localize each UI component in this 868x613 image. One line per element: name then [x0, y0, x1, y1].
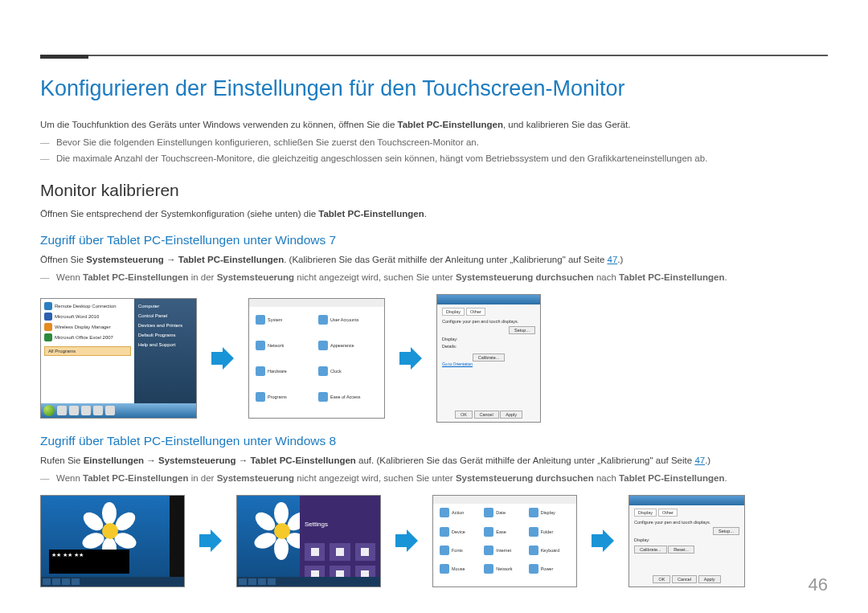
w8-pre: Rufen Sie [40, 456, 84, 465]
t: nicht angezeigt wird, suchen Sie unter [294, 272, 456, 282]
w8-post: auf. (Kalibrieren Sie das Gerät mithilfe… [356, 456, 695, 465]
apply-button: Apply [500, 411, 522, 419]
r: Default Programs [138, 333, 192, 337]
calibrate-button: Calibrate... [634, 546, 667, 554]
t: Wenn [56, 473, 83, 483]
ok-button: OK [455, 411, 473, 419]
sub-pre: Öffnen Sie entsprechend der Systemkonfig… [40, 209, 318, 219]
w7-post: . (Kalibrieren Sie das Gerät mithilfe de… [284, 255, 607, 264]
calibrate-heading: Monitor kalibrieren [40, 181, 828, 200]
sub-bold: Tablet PC-Einstellungen [318, 209, 424, 219]
screenshot-win8-controlpanel: ActionDateDisplay DeviceEaseFolder Fonts… [432, 495, 577, 587]
win8-note-item: Wenn Tablet PC-Einstellungen in der Syst… [40, 471, 828, 487]
desktop-widget: ★★ ★★ ★★ [49, 550, 129, 574]
tab: Display [634, 509, 657, 517]
page-ref-link[interactable]: 47 [608, 255, 618, 264]
t: Systemsteuerung durchsuchen [456, 272, 594, 282]
win8-flow: ★★ ★★ ★★ Settings ActionDateDisplay Devi… [40, 495, 828, 587]
intro-post: , und kalibrieren Sie das Gerät. [503, 120, 631, 129]
page-title: Konfigurieren der Einstellungen für den … [40, 76, 828, 101]
intro-bold: Tablet PC-Einstellungen [398, 120, 503, 129]
t: Systemsteuerung durchsuchen [456, 473, 594, 483]
t: Tablet PC-Einstellungen [619, 272, 724, 282]
r: Computer [138, 304, 192, 309]
screenshot-win7-controlpanel: SystemUser Accounts NetworkAppearance Ha… [248, 298, 385, 419]
t: Wenn [56, 272, 83, 282]
sub-post: . [424, 209, 427, 219]
w7-pre: Öffnen Sie [40, 255, 86, 264]
page-number: 46 [809, 574, 828, 595]
t: . [725, 272, 727, 282]
t: . [725, 473, 727, 483]
w8-s3: Tablet PC-Einstellungen [250, 456, 355, 465]
orientation-link: Go to Orientation [442, 362, 535, 366]
w7-cp: Systemsteuerung [86, 255, 164, 264]
intro-pre: Um die Touchfunktion des Geräts unter Wi… [40, 120, 398, 129]
l: Display: [634, 537, 650, 542]
setup-button: Setup... [509, 326, 535, 334]
arrow-icon: → [166, 255, 176, 264]
w7-tpc: Tablet PC-Einstellungen [178, 255, 284, 264]
ok-button: OK [653, 575, 670, 583]
t: Tablet PC-Einstellungen [83, 272, 188, 282]
t: in der [188, 272, 216, 282]
win8-instruction: Rufen Sie Einstellungen → Systemsteuerun… [40, 453, 828, 468]
r: Help and Support [138, 342, 192, 347]
t: Systemsteuerung [217, 272, 295, 282]
apply-button: Apply [698, 575, 721, 583]
w8-post2: .) [705, 456, 710, 465]
l: Display: [442, 337, 458, 341]
start-item: Remote Desktop Connection [55, 304, 117, 309]
win8-heading: Zugriff über Tablet PC-Einstellungen unt… [40, 434, 828, 448]
intro-note-1: Bevor Sie die folgenden Einstellungen ko… [40, 135, 828, 151]
intro-notes: Bevor Sie die folgenden Einstellungen ko… [40, 135, 828, 166]
screenshot-win8-charm-settings: Settings [236, 495, 381, 587]
r: Control Panel [138, 313, 192, 318]
win7-heading: Zugriff über Tablet PC-Einstellungen unt… [40, 233, 828, 247]
t: Tablet PC-Einstellungen [619, 473, 724, 483]
t: in der [188, 473, 216, 483]
arrow-icon: → [146, 456, 156, 465]
win7-note-item: Wenn Tablet PC-Einstellungen in der Syst… [40, 270, 828, 286]
tab: Other [466, 308, 485, 316]
reset-button: Reset... [668, 546, 694, 554]
l: Details: [442, 344, 457, 349]
w8-s1: Einstellungen [84, 456, 144, 465]
dlg-text: Configure your pen and touch displays. [442, 319, 535, 324]
w7-post2: .) [617, 255, 623, 264]
flow-arrow-icon [196, 526, 225, 555]
t: nach [594, 473, 619, 483]
intro-note-2: Die maximale Anzahl der Touchscreen-Moni… [40, 151, 828, 167]
calibrate-button: Calibrate... [473, 353, 506, 362]
flow-arrow-icon [396, 344, 425, 373]
settings-header: Settings [305, 521, 375, 528]
win7-flow: Remote Desktop Connection Microsoft Word… [40, 294, 828, 423]
t: nicht angezeigt wird, suchen Sie unter [294, 473, 456, 483]
all-programs: All Programs [44, 346, 131, 356]
tab: Other [658, 509, 678, 517]
win7-note: Wenn Tablet PC-Einstellungen in der Syst… [40, 270, 828, 286]
screenshot-win8-desktop: ★★ ★★ ★★ [40, 495, 185, 587]
dlg-text: Configure your pen and touch displays. [634, 520, 739, 525]
start-item: Wireless Display Manager [55, 325, 111, 329]
win7-instruction: Öffnen Sie Systemsteuerung → Tablet PC-E… [40, 252, 828, 267]
top-divider [40, 55, 828, 56]
flow-arrow-icon [392, 526, 421, 555]
start-item: Microsoft Office Excel 2007 [55, 335, 113, 340]
win8-note: Wenn Tablet PC-Einstellungen in der Syst… [40, 471, 828, 487]
cancel-button: Cancel [474, 411, 499, 419]
flow-arrow-icon [588, 526, 617, 555]
t: Tablet PC-Einstellungen [83, 473, 188, 483]
screenshot-win7-startmenu: Remote Desktop Connection Microsoft Word… [40, 298, 197, 419]
cancel-button: Cancel [672, 575, 697, 583]
flow-arrow-icon [208, 344, 237, 373]
t: nach [594, 272, 619, 282]
calibrate-intro: Öffnen Sie entsprechend der Systemkonfig… [40, 206, 828, 221]
intro-paragraph: Um die Touchfunktion des Geräts unter Wi… [40, 117, 828, 132]
arrow-icon: → [239, 456, 248, 465]
screenshot-win8-tabletpc-dialog: DisplayOther Configure your pen and touc… [628, 495, 745, 587]
screenshot-win7-tabletpc-dialog: DisplayOther Configure your pen and touc… [436, 294, 541, 423]
setup-button: Setup... [713, 527, 739, 535]
page-ref-link[interactable]: 47 [694, 456, 705, 465]
tab: Display [442, 308, 465, 316]
